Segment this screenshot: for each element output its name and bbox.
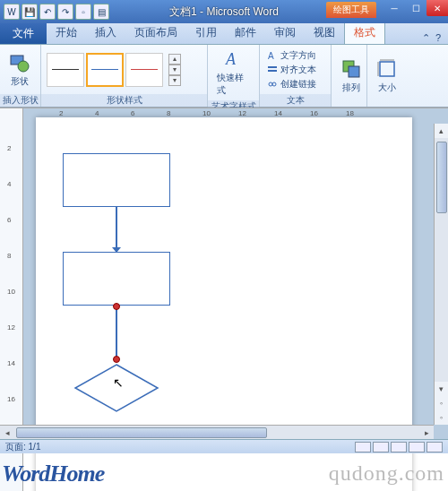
svg-rect-10	[380, 62, 394, 76]
svg-point-6	[269, 82, 272, 86]
text-direction-button[interactable]: A 文字方向	[265, 48, 318, 63]
create-link-button[interactable]: 创建链接	[265, 77, 318, 91]
svg-text:A: A	[225, 50, 237, 68]
group-wordart: A 快速样式 艺术字样式	[208, 45, 260, 107]
tab-home[interactable]: 开始	[47, 22, 86, 44]
style-preset-3[interactable]	[125, 53, 163, 87]
connector-1[interactable]	[116, 207, 117, 252]
scroll-right-icon[interactable]: ▸	[419, 428, 434, 437]
flowchart-process-2[interactable]	[63, 252, 170, 306]
tab-format[interactable]: 格式	[344, 21, 385, 44]
group-text: A 文字方向 对齐文本 创建链接 文本	[260, 45, 332, 107]
prev-page-icon[interactable]: ◦	[435, 396, 448, 410]
scroll-thumb[interactable]	[436, 142, 447, 213]
workspace: 2 4 6 8 10 12 14 16 18 2 4 6 8 10 12 14 …	[0, 108, 448, 439]
window-controls: ─ ☐ ✕	[383, 0, 448, 16]
scroll-thumb[interactable]	[16, 427, 267, 438]
group-arrange: 排列	[332, 45, 367, 107]
tab-mailings[interactable]: 邮件	[226, 22, 265, 44]
tab-review[interactable]: 审阅	[265, 22, 305, 44]
scroll-left-icon[interactable]: ◂	[0, 428, 14, 437]
svg-point-1	[18, 61, 29, 72]
svg-text:A: A	[268, 51, 274, 61]
gallery-up-icon[interactable]: ▴	[168, 54, 181, 65]
gallery-down-icon[interactable]: ▾	[168, 65, 181, 75]
ribbon-help: ⌃ ?	[415, 32, 448, 44]
svg-rect-4	[268, 66, 277, 68]
arrange-button[interactable]: 排列	[337, 56, 366, 96]
align-text-button[interactable]: 对齐文本	[265, 63, 318, 77]
svg-rect-5	[268, 70, 277, 72]
new-icon[interactable]: ▫	[75, 4, 91, 20]
shapes-button[interactable]: 形状	[5, 50, 34, 90]
vertical-scrollbar[interactable]: ▴ ▾ ◦ ◦	[434, 124, 448, 425]
help-icon[interactable]: ?	[435, 32, 441, 44]
redo-icon[interactable]: ↷	[57, 4, 73, 20]
view-outline-icon[interactable]	[409, 442, 425, 452]
group-size: 大小	[367, 45, 403, 107]
tab-insert[interactable]: 插入	[86, 22, 125, 44]
group-label: 形状样式	[41, 94, 207, 107]
view-draft-icon[interactable]	[426, 442, 443, 452]
tab-references[interactable]: 引用	[186, 22, 226, 44]
group-insert-shape: 形状 插入形状	[0, 45, 41, 107]
watermark-left: WordHome	[2, 461, 104, 487]
status-bar: 页面: 1/1	[0, 439, 448, 453]
close-button[interactable]: ✕	[426, 0, 448, 16]
horizontal-scrollbar[interactable]: ◂ ▸	[0, 425, 434, 439]
window-title: 文档1 - Microsoft Word	[169, 4, 279, 20]
watermark-right: qudong.com	[329, 461, 444, 486]
minimize-ribbon-icon[interactable]: ⌃	[422, 32, 430, 44]
print-icon[interactable]: ▤	[93, 4, 109, 20]
save-icon[interactable]: 💾	[22, 4, 38, 20]
connector-handle-start[interactable]	[113, 303, 120, 310]
group-shape-styles: ▴ ▾ ▾ 形状样式	[41, 45, 208, 107]
flowchart-process-1[interactable]	[63, 153, 170, 207]
quick-access-toolbar: W 💾 ↶ ↷ ▫ ▤	[0, 4, 109, 20]
minimize-button[interactable]: ─	[383, 0, 405, 16]
title-bar: W 💾 ↶ ↷ ▫ ▤ 文档1 - Microsoft Word 绘图工具 ─ …	[0, 0, 448, 23]
gallery-more-icon[interactable]: ▾	[168, 75, 181, 86]
style-preset-1[interactable]	[47, 53, 84, 87]
next-page-icon[interactable]: ◦	[435, 410, 448, 425]
mouse-cursor-icon: ↖	[113, 375, 124, 390]
view-buttons	[355, 442, 443, 452]
view-reading-icon[interactable]	[373, 442, 389, 452]
word-app-icon[interactable]: W	[4, 4, 20, 20]
group-label: 文本	[260, 94, 331, 107]
page-indicator[interactable]: 页面: 1/1	[5, 441, 40, 453]
gallery-scroll: ▴ ▾ ▾	[168, 54, 181, 86]
undo-icon[interactable]: ↶	[39, 4, 56, 20]
view-web-icon[interactable]	[391, 442, 407, 452]
connector-2-selected[interactable]	[116, 306, 117, 359]
group-label: 插入形状	[0, 94, 40, 107]
size-button[interactable]: 大小	[373, 56, 401, 96]
file-tab[interactable]: 文件	[0, 23, 47, 44]
scroll-down-icon[interactable]: ▾	[435, 382, 448, 396]
view-print-layout-icon[interactable]	[355, 442, 371, 452]
ribbon-tab-strip: 文件 开始 插入 页面布局 引用 邮件 审阅 视图 格式 ⌃ ?	[0, 23, 448, 45]
quick-styles-button[interactable]: A 快速样式	[213, 47, 254, 99]
tab-layout[interactable]: 页面布局	[125, 22, 186, 44]
tab-view[interactable]: 视图	[305, 22, 344, 44]
ribbon: 形状 插入形状 ▴ ▾ ▾ 形状样式 A 快速样式 艺术字样式	[0, 45, 448, 108]
contextual-tab-label: 绘图工具	[326, 2, 376, 18]
svg-point-7	[272, 82, 276, 86]
maximize-button[interactable]: ☐	[405, 0, 426, 16]
shape-style-gallery[interactable]	[47, 53, 163, 87]
style-preset-2[interactable]	[86, 53, 124, 87]
scroll-up-icon[interactable]: ▴	[435, 124, 448, 138]
svg-rect-9	[349, 66, 359, 77]
connector-handle-end[interactable]	[113, 356, 120, 363]
